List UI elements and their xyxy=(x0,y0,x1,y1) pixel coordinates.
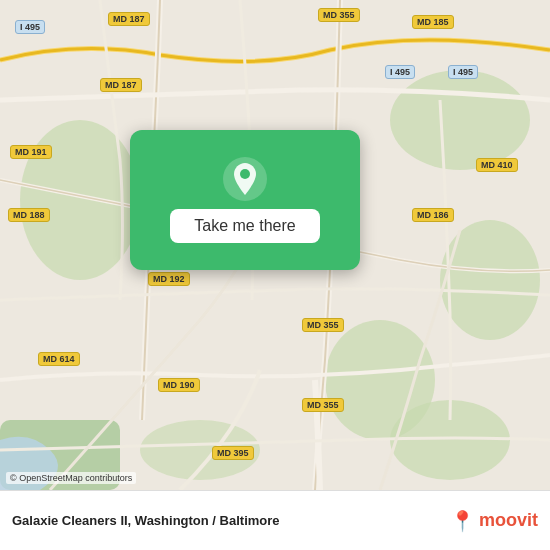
route-badge-md190: MD 190 xyxy=(158,378,200,392)
bottom-bar: Galaxie Cleaners II, Washington / Baltim… xyxy=(0,490,550,550)
route-badge-md395: MD 395 xyxy=(212,446,254,460)
route-badge-i495-tr2: I 495 xyxy=(448,65,478,79)
svg-point-9 xyxy=(240,169,250,179)
svg-point-4 xyxy=(440,220,540,340)
route-badge-md355-low: MD 355 xyxy=(302,398,344,412)
route-badge-md185: MD 185 xyxy=(412,15,454,29)
route-badge-md410: MD 410 xyxy=(476,158,518,172)
moovit-pin-icon: 📍 xyxy=(450,509,475,533)
route-badge-md355-mid: MD 355 xyxy=(302,318,344,332)
svg-point-2 xyxy=(390,70,530,170)
route-badge-md192: MD 192 xyxy=(148,272,190,286)
action-card[interactable]: Take me there xyxy=(130,130,360,270)
route-badge-md355-top: MD 355 xyxy=(318,8,360,22)
route-badge-i495-tr1: I 495 xyxy=(385,65,415,79)
moovit-label: moovit xyxy=(479,510,538,531)
route-badge-md187-top: MD 187 xyxy=(108,12,150,26)
route-badge-md187-mid: MD 187 xyxy=(100,78,142,92)
route-badge-md186: MD 186 xyxy=(412,208,454,222)
route-badge-md188: MD 188 xyxy=(8,208,50,222)
route-badge-md614: MD 614 xyxy=(38,352,80,366)
place-info: Galaxie Cleaners II, Washington / Baltim… xyxy=(12,513,280,528)
moovit-logo: 📍 moovit xyxy=(450,509,538,533)
osm-credit-map: © OpenStreetMap contributors xyxy=(6,472,136,484)
location-pin-icon xyxy=(223,157,267,201)
route-badge-i495-tl: I 495 xyxy=(15,20,45,34)
route-badge-md191-l: MD 191 xyxy=(10,145,52,159)
place-name: Galaxie Cleaners II, Washington / Baltim… xyxy=(12,513,280,528)
map-container: I 495 MD 187 MD 355 MD 185 I 495 I 495 M… xyxy=(0,0,550,490)
take-me-there-button[interactable]: Take me there xyxy=(170,209,319,243)
